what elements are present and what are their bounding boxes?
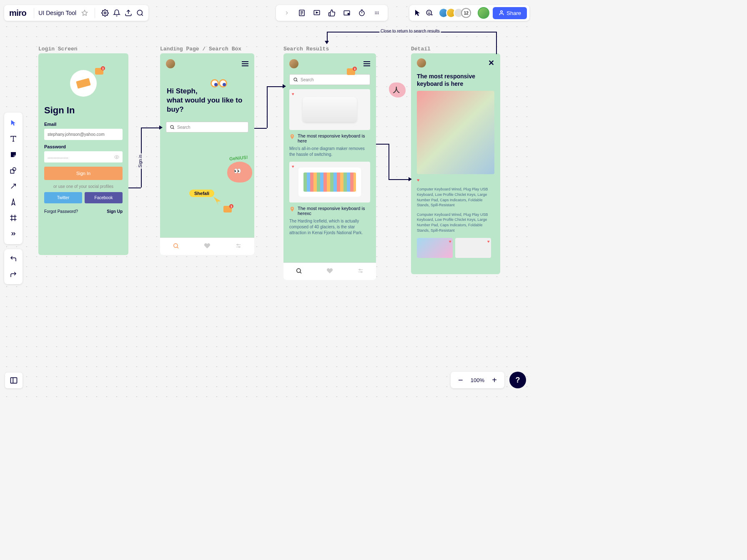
thumbnail-image[interactable]: ♥ (417, 238, 453, 258)
frame-label-login[interactable]: Login Screen (38, 46, 78, 52)
share-button[interactable]: Share (493, 7, 527, 19)
nav-filter-icon[interactable] (357, 268, 364, 276)
panel-toggle-button[interactable] (5, 372, 23, 388)
signup-link[interactable]: Sign Up (107, 209, 123, 214)
select-tool[interactable] (4, 115, 23, 131)
frame-label-detail[interactable]: Detail (411, 46, 431, 52)
redo-button[interactable] (4, 267, 23, 282)
heart-icon[interactable]: ♥ (417, 178, 420, 182)
twitter-button[interactable]: Twitter (44, 192, 82, 203)
cursor-sticker[interactable] (213, 196, 223, 206)
heart-icon[interactable]: ♥ (487, 239, 490, 244)
frame-label-landing[interactable]: Landing Page / Search Box (160, 46, 241, 52)
email-input[interactable] (44, 129, 123, 140)
pen-tool[interactable] (4, 194, 23, 210)
presentation-icon[interactable] (311, 7, 323, 19)
flow-arrow[interactable] (254, 128, 267, 129)
frame-tool[interactable] (4, 210, 23, 226)
eye-icon[interactable] (114, 154, 119, 161)
brain-sticker[interactable] (227, 162, 252, 182)
flow-arrow[interactable] (327, 32, 328, 42)
settings-icon[interactable] (99, 7, 111, 19)
frame-login[interactable]: Sign In Email Password Sign In or use on… (38, 53, 128, 255)
flow-arrow[interactable] (496, 32, 497, 54)
user-avatar[interactable] (417, 58, 426, 68)
timer-icon[interactable] (356, 7, 368, 19)
flow-label-signin[interactable]: Sign in (138, 153, 143, 169)
collaborator-name-tag[interactable]: Shefali (189, 190, 214, 197)
more-tools[interactable] (4, 226, 23, 242)
miro-logo[interactable]: miro (9, 8, 26, 18)
flow-arrow[interactable] (389, 179, 409, 180)
bell-icon[interactable] (111, 7, 123, 19)
arrow-tool[interactable] (4, 178, 23, 194)
comment-sticker[interactable]: 3 (223, 206, 232, 212)
thumbnail-image[interactable]: ♥ (455, 238, 491, 258)
star-icon[interactable] (79, 7, 90, 19)
close-icon[interactable]: ✕ (488, 58, 494, 68)
nav-heart-icon[interactable] (204, 242, 211, 251)
user-avatar[interactable] (289, 59, 298, 68)
flow-arrow[interactable] (376, 144, 389, 145)
flow-label-close[interactable]: Close to return to search results (379, 28, 441, 34)
export-icon[interactable] (123, 7, 134, 19)
current-user-avatar[interactable] (478, 7, 489, 19)
nav-search-icon[interactable] (173, 242, 179, 251)
collaborator-count[interactable]: 12 (461, 8, 471, 18)
frame-landing[interactable]: Hi Steph, what would you like to buy? Se… (160, 53, 254, 255)
result-image[interactable]: ♥ (289, 162, 370, 202)
board-title[interactable]: UI Design Tool (38, 10, 76, 16)
card-icon[interactable] (341, 7, 353, 19)
result-image[interactable]: ♥ (289, 89, 370, 130)
heart-icon[interactable]: ♥ (449, 239, 451, 244)
svg-point-3 (137, 10, 142, 15)
reactions-icon[interactable] (424, 7, 435, 19)
comment-sticker[interactable]: 3 (347, 68, 355, 75)
result-title[interactable]: The most responsive keyboard is herexc (298, 206, 370, 216)
squiggle-sticker[interactable] (389, 82, 406, 98)
flow-arrow[interactable] (267, 86, 283, 87)
frame-results[interactable]: Search ♥ The most responsive keyboard is… (283, 53, 376, 280)
svg-point-48 (294, 78, 297, 81)
eyes-sticker[interactable] (211, 79, 227, 89)
zoom-value[interactable]: 100% (471, 377, 484, 383)
search-icon[interactable] (134, 7, 146, 19)
user-avatar[interactable] (166, 59, 175, 68)
flow-arrow[interactable] (267, 86, 268, 128)
heart-icon[interactable]: ♥ (292, 164, 294, 169)
heart-icon[interactable]: ♥ (292, 92, 294, 96)
detail-hero-image[interactable] (417, 91, 494, 174)
nav-search-icon[interactable] (296, 268, 302, 276)
nav-filter-icon[interactable] (235, 242, 242, 251)
undo-button[interactable] (4, 251, 23, 267)
avatar-stack[interactable]: 12 (439, 8, 471, 18)
more-icon[interactable] (371, 7, 383, 19)
menu-icon[interactable] (363, 61, 370, 66)
shape-tool[interactable] (4, 162, 23, 178)
text-tool[interactable] (4, 131, 23, 147)
flow-arrow[interactable] (389, 144, 389, 180)
forgot-password-link[interactable]: Forgot Password? (44, 209, 78, 214)
search-input[interactable]: Search (166, 122, 248, 132)
result-title[interactable]: The most responsive keyboard is here (298, 133, 370, 143)
cursor-icon[interactable] (412, 7, 424, 19)
comment-sticker[interactable]: 3 (95, 68, 103, 75)
chevron-right-icon[interactable] (281, 7, 293, 19)
note-icon[interactable] (296, 7, 308, 19)
help-button[interactable]: ? (509, 372, 526, 388)
frame-detail[interactable]: ✕ The most responsive keyboard is here ♥… (411, 53, 500, 274)
flow-arrow[interactable] (128, 188, 141, 188)
zoom-out-button[interactable]: − (455, 374, 466, 386)
undo-redo-toolbar (4, 249, 23, 284)
zoom-in-button[interactable]: + (489, 374, 500, 386)
menu-icon[interactable] (242, 61, 248, 66)
facebook-button[interactable]: Facebook (85, 192, 123, 203)
flow-arrow[interactable] (141, 128, 160, 128)
sticky-tool[interactable] (4, 147, 23, 162)
thumbs-up-icon[interactable] (326, 7, 338, 19)
search-input[interactable]: Search (289, 74, 370, 85)
password-input[interactable] (44, 151, 123, 162)
frame-label-results[interactable]: Search Results (283, 46, 329, 52)
signin-button[interactable]: Sign In (44, 167, 123, 180)
nav-heart-icon[interactable] (326, 268, 333, 276)
